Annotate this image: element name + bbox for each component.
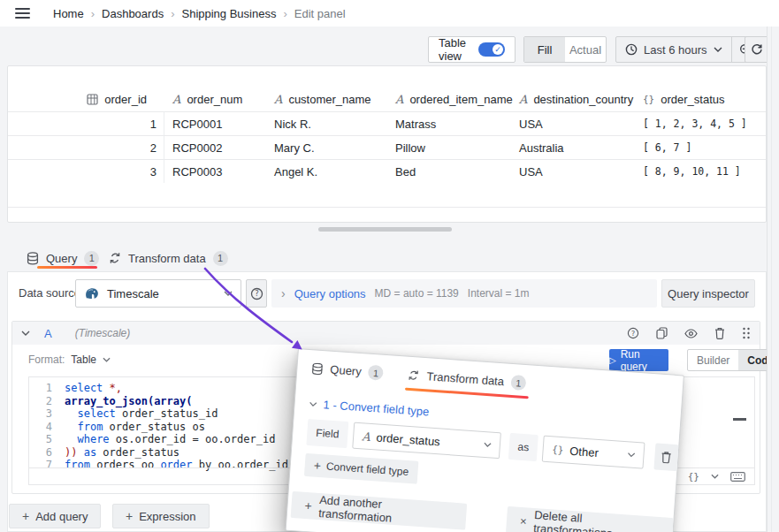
chevron-right-icon: › <box>281 286 286 300</box>
trash-icon[interactable] <box>714 327 725 339</box>
text-field-icon: A <box>395 93 403 106</box>
play-icon: ▷ <box>609 355 616 365</box>
breadcrumb-current: Edit panel <box>294 7 346 20</box>
chevron-down-icon <box>103 357 111 362</box>
column-header-destination-country[interactable]: A destination_country <box>511 87 635 111</box>
panel-resize-handle[interactable] <box>318 227 452 232</box>
help-icon[interactable]: ? <box>627 327 639 339</box>
data-source-select[interactable]: Timescale <box>75 279 241 308</box>
chevron-down-icon <box>627 452 635 458</box>
type-select[interactable]: {} Other <box>542 436 645 469</box>
data-source-help-button[interactable]: ? <box>246 279 267 308</box>
breadcrumb-dashboards[interactable]: Dashboards <box>102 7 164 20</box>
query-datasource-name: (Timescale) <box>75 327 131 339</box>
expression-button[interactable]: + Expression <box>112 504 210 528</box>
column-header-order-num[interactable]: A order_num <box>164 87 266 111</box>
query-inspector-button[interactable]: Query inspector <box>661 279 755 308</box>
text-field-icon: A <box>519 93 527 106</box>
fill-button[interactable]: Fill <box>524 37 565 62</box>
drag-handle-icon[interactable] <box>742 327 751 339</box>
field-select[interactable]: A order_status <box>352 422 500 460</box>
column-header-order-status[interactable]: {} order_status <box>635 87 766 111</box>
table-cell: RCP0002 <box>164 135 266 159</box>
database-icon <box>27 252 39 265</box>
builder-button[interactable]: Builder <box>688 350 738 370</box>
plus-icon: + <box>304 498 312 513</box>
refresh-button[interactable] <box>745 36 768 63</box>
table-panel: order_id A order_num A customer_name A o… <box>7 65 767 223</box>
text-field-icon: A <box>274 93 282 106</box>
add-query-button[interactable]: + Add query <box>9 504 101 528</box>
actual-button[interactable]: Actual <box>565 37 606 62</box>
as-label: as <box>508 433 539 461</box>
table-bottom-border <box>8 207 766 208</box>
keyboard-icon[interactable] <box>730 472 745 482</box>
number-field-icon <box>87 94 98 105</box>
delete-all-transformations-button[interactable]: × Delete all transformations <box>506 506 673 532</box>
tab-transform-data[interactable]: Transform data 1 <box>109 249 228 267</box>
column-header-ordered-item-name[interactable]: A ordered_item_name <box>387 87 511 111</box>
table-cell: 2 <box>8 135 164 159</box>
plus-icon: + <box>22 509 29 523</box>
tab-transform-badge: 1 <box>213 251 228 266</box>
text-field-icon: A <box>172 93 180 106</box>
add-another-transformation-button[interactable]: + Add another transformation <box>291 491 468 530</box>
table-cell: USA <box>511 111 635 135</box>
table-cell: 1 <box>8 111 164 135</box>
table-cell: Australia <box>511 135 635 159</box>
editor-scroll-indicator[interactable] <box>733 418 746 421</box>
builder-code-toggle: Builder Code <box>687 349 779 371</box>
format-value[interactable]: Table <box>71 353 96 366</box>
chevron-right-icon: › <box>84 7 102 20</box>
chevron-down-icon[interactable] <box>711 474 719 479</box>
timescale-logo-icon <box>84 285 100 301</box>
popup-tab-query-badge: 1 <box>368 365 384 381</box>
chevron-right-icon: › <box>276 7 294 20</box>
chevron-down-icon[interactable] <box>21 331 30 336</box>
breadcrumb: Home › Dashboards › Shipping Business › … <box>53 7 346 20</box>
duplicate-icon[interactable] <box>656 327 668 339</box>
column-header-order-id[interactable]: order_id <box>8 87 164 111</box>
right-gutter <box>767 27 779 532</box>
tab-query-label: Query <box>46 252 77 265</box>
transform-icon <box>408 369 420 382</box>
tab-query[interactable]: Query 1 <box>27 249 99 267</box>
chevron-down-icon <box>309 401 317 407</box>
braces-icon[interactable]: {} <box>688 471 699 483</box>
popup-tab-query-label: Query <box>330 363 362 378</box>
popup-tab-transform-badge: 1 <box>510 375 526 391</box>
field-select-value: order_status <box>376 430 440 448</box>
time-range-picker[interactable]: Last 6 hours <box>616 37 731 62</box>
active-tab-underline <box>37 266 97 269</box>
query-card-header[interactable]: A (Timescale) ? <box>12 322 760 345</box>
top-nav: Home › Dashboards › Shipping Business › … <box>0 0 779 27</box>
plus-icon: + <box>126 509 133 523</box>
table-cell: [ 1, 2, 3, 4, 5 ] <box>635 111 766 135</box>
popup-footer-buttons: + Add another transformation × Delete al… <box>287 475 675 532</box>
column-header-customer-name[interactable]: A customer_name <box>266 87 387 111</box>
table-view-toggle[interactable]: ✓ <box>478 42 505 57</box>
breadcrumb-home[interactable]: Home <box>53 7 84 20</box>
run-query-button[interactable]: ▷ Run query <box>609 349 668 371</box>
table-cell: Bed <box>387 159 511 183</box>
format-row: Format: Table <box>28 353 111 366</box>
popup-tab-transform[interactable]: Transform data 1 <box>408 368 527 391</box>
query-options-interval-summary: Interval = 1m <box>468 287 530 300</box>
data-table: order_id A order_num A customer_name A o… <box>8 87 766 183</box>
svg-text:?: ? <box>631 330 635 338</box>
table-cell: RCP0001 <box>164 111 266 135</box>
menu-icon[interactable] <box>15 8 30 19</box>
text-field-icon: A <box>362 429 370 444</box>
delete-conversion-button[interactable] <box>653 443 678 471</box>
popup-tab-query[interactable]: Query 1 <box>311 361 384 381</box>
eye-icon[interactable] <box>684 329 698 338</box>
tab-transform-label: Transform data <box>128 252 206 265</box>
query-options-link[interactable]: Query options <box>294 287 366 300</box>
transform-data-popup: Query 1 Transform data 1 1 - Convert fie… <box>286 348 684 532</box>
table-cell: Pillow <box>387 135 511 159</box>
breadcrumb-dashboard-name[interactable]: Shipping Business <box>181 7 276 20</box>
table-cell: Mary C. <box>266 135 387 159</box>
table-cell: 3 <box>8 159 164 183</box>
table-view-control: Table view ✓ <box>428 36 516 63</box>
table-view-label: Table view <box>439 36 470 63</box>
